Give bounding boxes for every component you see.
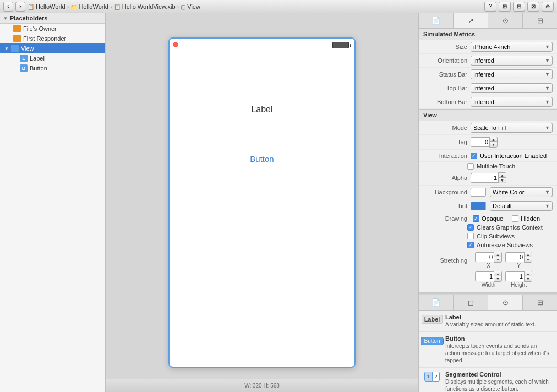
tab-attributes[interactable]: ↗ (454, 13, 488, 28)
clip-subviews-checkbox[interactable] (467, 233, 474, 239)
phone-status-bar-border (170, 52, 354, 52)
breadcrumb-helloworld2[interactable]: 📁 HelloWorld (70, 3, 108, 10)
toolbar: ‹ › 📋 HelloWorld › 📁 HelloWorld › 📋 Hell… (0, 0, 557, 13)
bottom-bar-value: Inferred (473, 99, 494, 105)
shield-button[interactable]: ⊟ (513, 2, 525, 12)
height-step-down[interactable]: ▼ (525, 276, 532, 281)
library-tab-cube[interactable]: ◻ (454, 295, 488, 310)
sidebar-item-view[interactable]: ▼ View (0, 43, 105, 53)
library-tab-file[interactable]: 📄 (419, 295, 454, 310)
background-label: Background (423, 189, 467, 195)
alpha-step-down[interactable]: ▼ (499, 178, 506, 183)
inspector-button[interactable]: ⊠ (527, 2, 539, 12)
user-interaction-checkbox[interactable] (471, 153, 477, 159)
multiple-touch-checkbox[interactable] (467, 163, 474, 170)
view-folder-icon (11, 45, 19, 52)
tint-color-select[interactable]: Default ▼ (490, 201, 553, 211)
x-step-down[interactable]: ▼ (494, 257, 501, 262)
sidebar-item-button[interactable]: B Button (0, 63, 105, 73)
mode-select[interactable]: Scale To Fill ▼ (471, 123, 553, 133)
stretching-height-input[interactable]: 1 (505, 271, 524, 281)
background-color-value: White Color (493, 189, 524, 195)
library-button-title: Button (445, 335, 553, 342)
tag-step-down[interactable]: ▼ (490, 142, 497, 147)
bg-arrow-icon: ▼ (545, 189, 550, 195)
forward-button[interactable]: › (15, 2, 25, 12)
view-section: View Mode Scale To Fill ▼ Tag 0 (419, 110, 557, 293)
clears-graphics-checkbox[interactable] (467, 224, 474, 231)
orientation-select[interactable]: Inferred ▼ (471, 56, 553, 66)
background-color-swatch[interactable] (471, 188, 486, 197)
y-step-up[interactable]: ▲ (525, 252, 532, 257)
autoresize-subviews-checkbox[interactable] (467, 242, 474, 248)
sidebar-item-label: View (21, 45, 34, 52)
sidebar-item-label: File's Owner (23, 25, 57, 32)
tab-file[interactable]: 📄 (419, 13, 454, 28)
canvas-bottom-bar: W: 320 H: 568 (106, 379, 418, 392)
seg-part-1: 1 (424, 372, 432, 382)
alpha-step-up[interactable]: ▲ (499, 173, 506, 178)
sidebar-item-label[interactable]: L Label (0, 53, 105, 63)
stretching-width-input[interactable]: 1 (475, 271, 494, 281)
y-step-down[interactable]: ▼ (525, 257, 532, 262)
clip-subviews-label: Clip Subviews (477, 233, 515, 239)
tab-size[interactable]: ⊞ (523, 13, 557, 28)
library-tab-grid[interactable]: ⊞ (523, 295, 557, 310)
sidebar-item-files-owner[interactable]: File's Owner (0, 24, 105, 34)
library-tabs: 📄 ◻ ⊙ ⊞ (419, 295, 557, 311)
label-preview-icon: Label (422, 315, 443, 324)
stretching-y-input[interactable]: 0 (505, 252, 524, 262)
alpha-input[interactable]: 1 (471, 173, 498, 183)
bottom-bar-arrow-icon: ▼ (545, 99, 550, 105)
library-label-icon: Label (423, 314, 441, 325)
library-item-button: Button Button Intercepts touch events an… (419, 332, 557, 368)
width-step-down[interactable]: ▼ (494, 276, 501, 281)
status-bar-select[interactable]: Inferred ▼ (471, 69, 553, 79)
size-row: Size iPhone 4-inch ▼ (419, 40, 557, 54)
phone-close-button[interactable] (173, 42, 178, 47)
tab-identity[interactable]: ⊙ (488, 13, 523, 28)
breadcrumb-view[interactable]: ▢ View (181, 3, 200, 10)
bottom-bar-select[interactable]: Inferred ▼ (471, 97, 553, 107)
expand-button[interactable]: ⊛ (542, 2, 554, 12)
size-select[interactable]: iPhone 4-inch ▼ (471, 42, 553, 52)
top-bar-select[interactable]: Inferred ▼ (471, 83, 553, 93)
library-items: Label Label A variably sized amount of s… (419, 311, 557, 392)
sidebar-item-button-text: Button (30, 65, 47, 72)
breadcrumb-xib[interactable]: 📋 Hello WorldView.xib (114, 3, 176, 10)
hidden-checkbox[interactable] (512, 215, 518, 222)
collapse-triangle[interactable]: ▼ (3, 16, 8, 21)
sidebar-section-label: Placeholders (10, 15, 47, 21)
grid-button[interactable]: ⊞ (499, 2, 511, 12)
tint-color-swatch[interactable] (471, 202, 486, 210)
interaction-label: Interaction (423, 153, 467, 159)
background-color-select[interactable]: White Color ▼ (490, 187, 553, 197)
status-bar-value: Inferred (473, 71, 494, 78)
x-step-up[interactable]: ▲ (494, 252, 501, 257)
width-step-up[interactable]: ▲ (494, 271, 501, 276)
opaque-checkbox[interactable] (473, 215, 479, 222)
tag-step-up[interactable]: ▲ (490, 137, 497, 142)
tag-input[interactable]: 0 (471, 137, 489, 147)
bottom-bar-row: Bottom Bar Inferred ▼ (419, 95, 557, 109)
simulated-metrics-header: Simulated Metrics (419, 29, 557, 40)
library-item-segmented: 1 2 Segmented Control Displays multiple … (419, 368, 557, 392)
phone-button-element[interactable]: Button (170, 154, 354, 164)
top-bar-arrow-icon: ▼ (545, 85, 550, 91)
back-button[interactable]: ‹ (3, 2, 13, 12)
top-bar-value: Inferred (473, 85, 494, 91)
height-step-up[interactable]: ▲ (525, 271, 532, 276)
right-panel: 📄 ↗ ⊙ ⊞ Simulated Metrics Size iPhone 4-… (418, 13, 557, 392)
sidebar: ▼ Placeholders File's Owner First Respon… (0, 13, 106, 392)
mode-row: Mode Scale To Fill ▼ (419, 121, 557, 135)
opaque-label: Opaque (482, 215, 503, 222)
stretching-y-value: 0 (520, 254, 523, 260)
breadcrumb-helloworld1[interactable]: 📋 HelloWorld (28, 3, 65, 10)
mode-value: Scale To Fill (473, 124, 506, 131)
library-tab-circle[interactable]: ⊙ (488, 295, 523, 310)
interaction-row: Interaction User Interaction Enabled (419, 150, 557, 162)
expand-icon: ▼ (4, 46, 9, 51)
question-button[interactable]: ? (484, 2, 496, 12)
stretching-x-input[interactable]: 0 (475, 252, 494, 262)
sidebar-item-first-responder[interactable]: First Responder (0, 34, 105, 43)
